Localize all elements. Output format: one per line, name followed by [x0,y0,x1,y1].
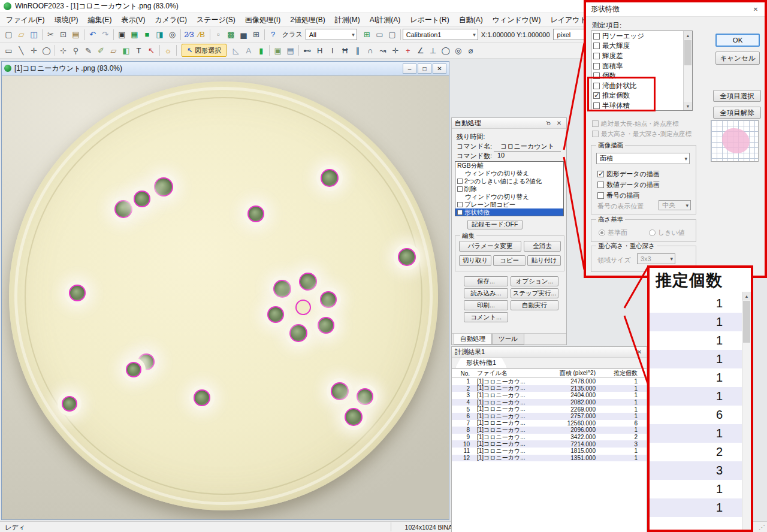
select-line-icon[interactable]: ╲ [15,44,28,57]
measure-item-checkbox[interactable] [593,83,600,89]
image-canvas[interactable] [2,75,449,519]
image-window-icon[interactable]: ▣ [271,44,284,57]
measure-item[interactable]: 面積率 [591,61,683,71]
auto-panel-header[interactable]: 自動処理 ⚲ ✕ [452,118,566,129]
measure-perpendicular-icon[interactable]: ⊥ [427,44,439,57]
pin-icon[interactable]: ⚲ [543,118,554,129]
draw-value-select[interactable]: 面積 [596,153,690,164]
measure-item[interactable]: 円ソーエッジ [591,31,683,41]
measure-item[interactable]: 推定個数 [591,91,683,101]
cut-button[interactable]: 切り取り [459,255,491,266]
load-button[interactable]: 読み込み... [464,288,508,298]
draw-option[interactable]: 数値データの描画 [597,180,660,189]
cancel-button[interactable]: キャンセル [715,52,760,65]
zoom-scrollbar[interactable]: ▲ [742,292,751,530]
auto-command-item[interactable]: 2つのしきい値による2値化 [455,177,563,185]
auto-panel-tab[interactable]: ツール [492,334,524,344]
eraser-icon[interactable]: ▱ [107,44,120,57]
clear-all-button[interactable]: 全消去 [524,241,561,252]
options-button[interactable]: オプション... [511,276,558,286]
menu-item[interactable]: 画像処理(I) [240,13,285,27]
menu-item[interactable]: カメラ(C) [150,13,192,27]
data-table-icon[interactable]: ⊞ [250,28,262,41]
histogram-icon[interactable]: ▅ [237,28,250,41]
select-move-icon[interactable]: ✛ [28,44,40,57]
measure-item[interactable]: 半球体積 [591,101,683,110]
measure-item[interactable]: 個数 [591,71,683,81]
pencil-icon[interactable]: ✎ [82,44,95,57]
dialog-close-icon[interactable]: ✕ [751,6,760,13]
minimize-button[interactable]: – [403,64,416,74]
roi-dashed-icon[interactable]: ▫ [212,28,225,41]
print-button[interactable]: 印刷... [464,300,508,310]
draw-option-checkbox[interactable] [597,192,604,199]
color-swatch-icon[interactable]: ▮ [255,44,267,57]
capture-icon[interactable]: ▣ [116,28,128,41]
command-checkbox[interactable] [457,210,463,215]
auto-command-item[interactable]: RGB分離 [455,162,563,170]
brightness-icon[interactable]: ☼ [162,44,174,57]
command-list[interactable]: RGB分離ウィンドウの切り替え2つのしきい値による2値化削除ウィンドウの切り替え… [455,161,564,216]
help-icon[interactable]: ? [267,28,279,41]
calibration-select[interactable]: Calibration1 [403,29,478,40]
measure-item-checkbox[interactable] [593,63,600,69]
image-window-titlebar[interactable]: [1]コロニーカウント.png (83.0%) –□✕ [2,62,449,75]
zoom-lens-icon[interactable]: ⚲ [70,44,82,57]
scroll-down-icon[interactable]: ▼ [684,102,692,110]
copy-icon[interactable]: ⊡ [57,28,70,41]
auto-panel-close-icon[interactable]: ✕ [555,120,563,126]
measure-item[interactable]: 輝度差 [591,51,683,61]
draw-option[interactable]: 番号の描画 [597,191,639,200]
scroll-thumb[interactable] [684,40,691,65]
fill-icon[interactable]: ◧ [120,44,132,57]
angle-overlay-icon[interactable]: ◺ [230,44,242,57]
save-button[interactable]: 保存... [464,276,508,286]
ok-button[interactable]: OK [715,34,760,47]
menu-item[interactable]: 計測(M) [330,13,365,27]
measure-circle-icon[interactable]: ◯ [439,44,452,57]
draw-option-checkbox[interactable] [597,171,604,177]
circle-mask-icon[interactable]: ◎ [166,28,179,41]
menu-item[interactable]: 編集(E) [83,13,116,27]
thumbnail-icon[interactable]: ▤ [284,44,297,57]
measure-parallel-icon[interactable]: ∥ [351,44,364,57]
measure-item-checkbox[interactable] [593,102,600,109]
cut-icon[interactable]: ✂ [44,28,57,41]
rgb-separation-icon[interactable]: ▦ [128,28,141,41]
scroll-up-icon[interactable]: ▲ [684,31,692,40]
measure-cross-icon[interactable]: ✛ [389,44,401,57]
ruler-icon[interactable]: ▭ [373,28,386,41]
monitor-icon[interactable]: ▢ [386,28,398,41]
auto-command-item[interactable]: 形状特徴 [455,208,563,216]
measure-segment-icon[interactable]: ⊷ [301,44,313,57]
draw-option[interactable]: 図形データの描画 [597,170,660,179]
class-select[interactable]: All [306,29,357,40]
measure-item[interactable]: 湾曲針状比 [591,81,683,91]
green-plane-icon[interactable]: ■ [141,28,153,41]
new-file-icon[interactable]: ▢ [2,28,15,41]
measure-diameter-icon[interactable]: ⌀ [464,44,477,57]
select-all-items-button[interactable]: 全項目選択 [713,90,761,102]
shape-select-button[interactable]: ↖ 図形選択 [182,44,227,57]
auto-command-item[interactable]: プレーン間コピー [455,201,563,208]
step-exec-button[interactable]: ステップ実行... [511,288,558,298]
auto-exec-button[interactable]: 自動実行 [511,300,558,310]
table-row[interactable]: 12[1]コロニーカウ...1351.0001 [452,455,647,462]
measure-item[interactable]: 最大輝度 [591,41,683,52]
save-icon[interactable]: ◫ [28,28,40,41]
command-checkbox[interactable] [457,179,463,184]
paste-button[interactable]: 貼り付け [527,255,561,266]
command-checkbox[interactable] [457,186,463,192]
redo-icon[interactable]: ↷ [99,28,111,41]
menu-item[interactable]: 表示(V) [116,13,150,27]
select-ellipse-icon[interactable]: ◯ [40,44,53,57]
comment-button[interactable]: コメント... [464,312,508,322]
measure-concentric-icon[interactable]: ◎ [452,44,464,57]
param-change-button[interactable]: パラメータ変更 [459,241,521,252]
menu-item[interactable]: 環境(P) [49,13,83,27]
menu-item[interactable]: AI計測(A) [365,13,405,27]
sheet-tab-shape-features[interactable]: 形状特徴1 [455,358,507,368]
auto-panel-tab-active[interactable]: 自動処理 [454,334,492,344]
close-button[interactable]: ✕ [433,64,446,74]
dialog-titlebar[interactable]: 形状特徴 ✕ [586,2,765,17]
